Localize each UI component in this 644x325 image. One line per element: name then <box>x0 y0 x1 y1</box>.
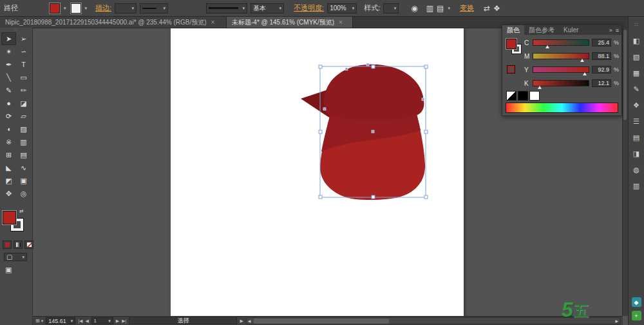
selection-handle[interactable] <box>424 195 428 199</box>
yellow-value-field[interactable]: 92.9 <box>592 66 611 74</box>
eraser-tool[interactable]: ◪ <box>16 97 31 110</box>
width-tool[interactable]: ◖ <box>1 123 16 135</box>
panel-menu-icon[interactable]: ≡ <box>616 27 619 34</box>
document-tab-inactive[interactable]: Nipic_20180988_20171229150344445000.ai* … <box>0 17 227 28</box>
draw-mode-icon[interactable]: ▣ <box>5 266 12 274</box>
chevron-down-icon[interactable]: ▾ <box>448 6 450 11</box>
stroke-caret-icon[interactable]: ▾ <box>85 6 88 11</box>
variable-width-dropdown[interactable]: ▾ <box>140 3 168 14</box>
tools-grip[interactable]: ∷ <box>0 28 32 32</box>
next-artboard-button[interactable]: ▶ <box>116 319 119 324</box>
color-guide-panel-icon[interactable]: ▧ <box>630 52 642 62</box>
cyan-slider[interactable] <box>533 39 589 46</box>
pen-tool[interactable]: ✒ <box>1 58 16 71</box>
magenta-value-field[interactable]: 88.1 <box>592 52 611 60</box>
mesh-tool[interactable]: ⊞ <box>1 148 16 161</box>
symbols-panel-icon[interactable]: ❖ <box>630 101 642 110</box>
opacity-panel-link[interactable]: 不透明度: <box>294 3 324 13</box>
vertical-scrollbar[interactable] <box>622 28 628 316</box>
swap-fill-stroke-icon[interactable]: ⇄ <box>19 208 24 214</box>
brushes-panel-icon[interactable]: ✎ <box>630 84 642 94</box>
document-tab-active[interactable]: 未标题-4* @ 145.61% (CMYK/预览) × <box>227 17 353 28</box>
fill-caret-icon[interactable]: ▾ <box>64 6 66 11</box>
scroll-right-icon[interactable]: ▶ <box>615 319 618 323</box>
selection-handle[interactable] <box>319 195 322 199</box>
extension-app-icon[interactable]: + <box>632 311 641 320</box>
selection-handle[interactable] <box>319 130 322 133</box>
bw-diagonal-swatch[interactable] <box>506 91 516 101</box>
last-artboard-button[interactable]: ▶| <box>122 319 126 324</box>
close-icon[interactable]: × <box>211 19 215 26</box>
live-paint-bucket-tool[interactable]: ◩ <box>1 174 16 187</box>
selection-handle[interactable] <box>372 65 375 68</box>
fill-proxy-swatch[interactable] <box>3 211 16 224</box>
layers-panel-icon[interactable]: ▥ <box>630 181 642 191</box>
black-slider[interactable] <box>533 80 589 86</box>
stroke-weight-dropdown[interactable]: ▾ <box>115 3 137 14</box>
sync-app-icon[interactable]: ◆ <box>632 297 641 307</box>
anchor-point[interactable] <box>345 68 348 70</box>
anchor-point[interactable] <box>366 63 369 66</box>
selection-handle[interactable] <box>424 65 428 68</box>
anchor-point[interactable] <box>422 98 424 101</box>
column-graph-tool[interactable]: ▥ <box>16 135 31 148</box>
appearance-panel-icon[interactable]: ◍ <box>630 165 642 175</box>
gradient-panel-icon[interactable]: ▤ <box>630 133 642 143</box>
symbol-sprayer-tool[interactable]: ※ <box>1 135 16 148</box>
free-transform-tool[interactable]: ▨ <box>16 123 31 135</box>
vertical-scrollbar-thumb[interactable] <box>623 30 627 120</box>
collapse-panel-icon[interactable]: » <box>609 27 612 34</box>
none-mode-button[interactable] <box>24 241 33 249</box>
direct-selection-tool[interactable]: ➢ <box>16 32 31 45</box>
scale-tool[interactable]: ▱ <box>16 110 31 123</box>
selection-center-point[interactable] <box>372 130 374 133</box>
selection-handle[interactable] <box>424 130 428 133</box>
selection-handle[interactable] <box>319 65 322 68</box>
blob-brush-tool[interactable]: ● <box>1 97 16 110</box>
options-icon[interactable]: ❖ <box>493 4 500 13</box>
fill-color-swatch[interactable] <box>50 3 60 14</box>
status-grid-button[interactable]: ⊞ ▾ <box>35 318 43 324</box>
artboard-number-field[interactable]: 1 ▾ <box>91 317 113 324</box>
cyan-value-field[interactable]: 25.4 <box>592 39 611 46</box>
black-swatch[interactable] <box>518 91 528 101</box>
swatches-panel-icon[interactable]: ▦ <box>630 68 642 78</box>
type-tool[interactable]: T <box>16 58 31 71</box>
style-dropdown[interactable]: ▾ <box>383 3 399 14</box>
slider-thumb-icon[interactable] <box>580 59 584 62</box>
brush-definition-dropdown[interactable]: 基本▾ <box>251 3 284 14</box>
eyedropper-tool[interactable]: ◣ <box>1 161 16 174</box>
magenta-slider[interactable] <box>533 53 589 59</box>
black-value-field[interactable]: 12.1 <box>592 79 611 87</box>
blend-tool[interactable]: ∿ <box>16 161 31 174</box>
zoom-tool[interactable]: ◎ <box>16 187 31 200</box>
spectrum-bar[interactable] <box>506 103 618 113</box>
lasso-tool[interactable]: ∽ <box>16 45 31 58</box>
artwork-head[interactable] <box>324 64 424 120</box>
rotate-tool[interactable]: ⟳ <box>1 110 16 123</box>
close-icon[interactable]: × <box>339 19 343 26</box>
color-mode-button[interactable] <box>3 241 12 249</box>
recolor-artwork-icon[interactable]: ◉ <box>411 4 417 13</box>
slider-thumb-icon[interactable] <box>545 45 549 48</box>
magic-wand-tool[interactable]: ✶ <box>1 45 16 58</box>
rectangle-tool[interactable]: ▭ <box>16 71 31 84</box>
prev-artboard-button[interactable]: ◀ <box>85 319 88 324</box>
horizontal-scrollbar-thumb[interactable] <box>254 319 389 324</box>
tab-color-guide[interactable]: 颜色参考 <box>524 25 559 35</box>
first-artboard-button[interactable]: |◀ <box>78 319 82 324</box>
white-swatch[interactable] <box>529 91 540 101</box>
active-stroke-swatch[interactable] <box>507 66 515 73</box>
align-icon[interactable]: ▥ <box>426 4 433 13</box>
tab-color[interactable]: 颜色 <box>502 25 524 35</box>
stroke-color-swatch[interactable] <box>71 3 81 14</box>
stroke-panel-link[interactable]: 描边: <box>95 3 111 13</box>
opacity-field[interactable]: 100%▾ <box>327 3 357 14</box>
zoom-field[interactable]: 145.61 ▾ <box>46 317 75 324</box>
dock-grip-icon[interactable]: ∷ <box>630 20 642 30</box>
color-panel-icon[interactable]: ◧ <box>630 36 642 46</box>
isolate-mode-icon[interactable]: ⇄ <box>484 4 490 13</box>
line-segment-tool[interactable]: ╲ <box>1 71 16 84</box>
gradient-tool[interactable]: ▤ <box>16 148 31 161</box>
paintbrush-tool[interactable]: ✎ <box>1 84 16 97</box>
